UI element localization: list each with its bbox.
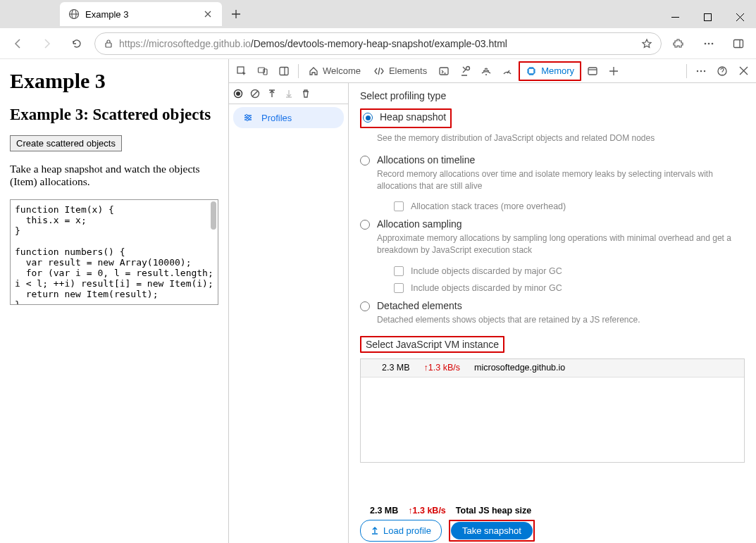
page-h1: Example 3 [10, 69, 218, 93]
svg-point-32 [249, 117, 251, 119]
footer-rate: ↑1.3 kB/s [408, 506, 446, 516]
memory-icon [526, 65, 537, 77]
detached-desc: Detached elements shows objects that are… [377, 314, 736, 326]
more-tabs-button[interactable] [604, 61, 624, 81]
vm-instance-table: 2.3 MB ↑1.3 kB/s microsoftedge.github.io [360, 358, 745, 463]
inspect-icon[interactable] [232, 61, 252, 81]
page-content: Example 3 Example 3: Scattered objects C… [0, 59, 229, 543]
vm-instance-row[interactable]: 2.3 MB ↑1.3 kB/s microsoftedge.github.io [361, 359, 744, 377]
code-content: function Item(x) { this.x = x; } functio… [11, 200, 218, 305]
forward-button [35, 32, 59, 56]
timeline-desc: Record memory allocations over time and … [377, 168, 736, 192]
page-paragraph: Take a heap snapshot and watch the objec… [10, 163, 218, 188]
devtools-footer: 2.3 MB ↑1.3 kB/s Total JS heap size Load… [349, 504, 756, 543]
devtools-main: Select profiling type Heap snapshot See … [349, 83, 756, 543]
svg-point-28 [236, 92, 240, 96]
radio-detached-elements[interactable]: Detached elements [360, 300, 745, 311]
address-bar: https://microsoftedge.github.io/Demos/de… [0, 28, 756, 59]
heap-desc: See the memory distribution of JavaScrip… [377, 132, 736, 144]
scrollbar-thumb[interactable] [211, 201, 216, 230]
radio-allocations-timeline[interactable]: Allocations on timeline [360, 154, 745, 166]
vm-rate: ↑1.3 kB/s [424, 363, 460, 373]
globe-icon [68, 8, 80, 20]
svg-point-8 [712, 42, 714, 44]
home-icon [309, 66, 318, 76]
sources-icon[interactable] [455, 61, 475, 81]
svg-rect-21 [588, 68, 597, 75]
code-textarea[interactable]: function Item(x) { this.x = x; } functio… [10, 199, 218, 305]
checkbox-stack-traces[interactable]: Allocation stack traces (more overhead) [394, 201, 745, 211]
dock-icon[interactable] [274, 61, 294, 81]
performance-icon[interactable] [497, 61, 517, 81]
back-button[interactable] [6, 32, 30, 56]
menu-button[interactable] [697, 32, 721, 56]
tab-welcome[interactable]: Welcome [303, 61, 366, 81]
upload-icon[interactable] [267, 89, 277, 99]
svg-rect-9 [734, 39, 743, 47]
vm-name: microsoftedge.github.io [474, 363, 565, 373]
take-snapshot-button[interactable]: Take snapshot [451, 522, 533, 539]
maximize-button[interactable] [691, 6, 724, 28]
url-text: https://microsoftedge.github.io/Demos/de… [119, 38, 636, 49]
sidebar-button[interactable] [726, 32, 750, 56]
sidebar-item-label: Profiles [261, 113, 292, 123]
radio-allocation-sampling[interactable]: Allocation sampling [360, 218, 745, 230]
clear-icon[interactable] [250, 89, 260, 99]
new-tab-button[interactable] [225, 3, 247, 25]
address-input[interactable]: https://microsoftedge.github.io/Demos/de… [94, 32, 662, 55]
device-icon[interactable] [253, 61, 273, 81]
record-icon[interactable] [233, 89, 243, 99]
favorite-icon[interactable] [641, 38, 652, 49]
radio-icon [360, 301, 370, 311]
tab-memory[interactable]: Memory [519, 61, 581, 81]
vm-size: 2.3 MB [382, 363, 410, 373]
refresh-button[interactable] [65, 32, 89, 56]
sidebar-item-profiles[interactable]: Profiles [233, 107, 344, 128]
minimize-button[interactable] [659, 6, 691, 28]
browser-titlebar: Example 3 [0, 0, 756, 28]
console-icon[interactable] [434, 61, 454, 81]
extensions-button[interactable] [667, 32, 691, 56]
devtools-menu-icon[interactable] [691, 61, 711, 81]
svg-point-24 [700, 70, 702, 71]
svg-point-25 [704, 70, 705, 71]
vm-title: Select JavaScript VM instance [366, 339, 499, 350]
close-icon[interactable] [202, 8, 213, 20]
checkbox-minor-gc[interactable]: Include objects discarded by minor GC [394, 283, 745, 293]
lock-icon [104, 39, 113, 49]
profiling-title: Select profiling type [360, 90, 745, 101]
create-objects-button[interactable]: Create scattered objects [10, 135, 122, 151]
delete-icon[interactable] [301, 89, 311, 99]
svg-point-23 [697, 70, 698, 71]
tab-title: Example 3 [85, 9, 128, 20]
checkbox-icon [394, 266, 404, 276]
footer-label: Total JS heap size [456, 506, 531, 516]
checkbox-major-gc[interactable]: Include objects discarded by major GC [394, 266, 745, 276]
svg-point-17 [466, 66, 470, 70]
sliders-icon [243, 113, 253, 123]
radio-icon [360, 156, 370, 166]
svg-rect-5 [106, 43, 111, 47]
code-icon [373, 66, 385, 76]
svg-rect-20 [528, 68, 534, 74]
svg-rect-4 [704, 13, 711, 20]
radio-icon [360, 220, 370, 230]
devtools-tabbar: Welcome Elements Memory [229, 59, 756, 83]
close-devtools-icon[interactable] [733, 61, 753, 81]
checkbox-icon [394, 283, 404, 293]
page-h2: Example 3: Scattered objects [10, 106, 218, 124]
upload-icon [371, 526, 379, 535]
close-window-button[interactable] [724, 6, 756, 28]
network-icon[interactable] [476, 61, 496, 81]
devtools-sidebar: Profiles [229, 83, 349, 543]
browser-tab[interactable]: Example 3 [60, 2, 222, 26]
svg-rect-13 [264, 69, 267, 75]
radio-heap-snapshot[interactable]: Heap snapshot [363, 111, 446, 123]
load-profile-button[interactable]: Load profile [360, 520, 442, 542]
tab-elements[interactable]: Elements [368, 61, 433, 81]
help-icon[interactable] [712, 61, 732, 81]
svg-point-31 [246, 115, 248, 117]
sampling-desc: Approximate memory allocations by sampli… [377, 232, 736, 256]
svg-point-33 [247, 119, 249, 121]
application-icon[interactable] [583, 61, 602, 81]
